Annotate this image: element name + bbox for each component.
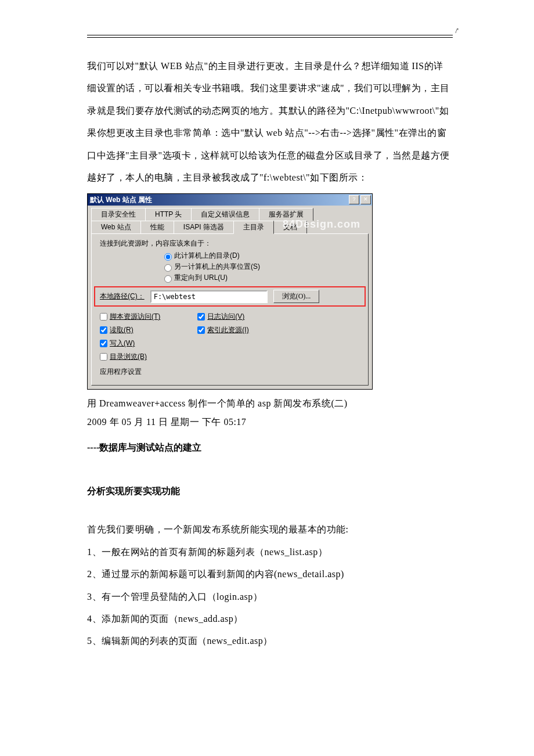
dialog-title: 默认 Web 站点 属性 bbox=[90, 195, 152, 205]
browse-button[interactable]: 浏览(O)... bbox=[273, 290, 320, 303]
tab-panel: 连接到此资源时，内容应该来自于： 此计算机上的目录(D) 另一计算机上的共享位置… bbox=[91, 233, 369, 386]
tab-performance[interactable]: 性能 bbox=[140, 221, 174, 233]
check-label: 目录浏览(B) bbox=[110, 352, 147, 362]
tab-home-directory[interactable]: 主目录 bbox=[233, 221, 274, 234]
feature-item-1: 1、一般在网站的首页有新闻的标题列表（news_list.asp） bbox=[87, 541, 453, 563]
check-directory-browse[interactable]: 目录浏览(B) bbox=[98, 351, 160, 362]
tab-http-headers[interactable]: HTTP 头 bbox=[145, 208, 192, 221]
check-label: 写入(W) bbox=[110, 339, 135, 348]
tab-isapi[interactable]: ISAPI 筛选器 bbox=[174, 221, 234, 233]
radio-redirect[interactable]: 重定向到 URL(U) bbox=[161, 273, 362, 283]
check-label: 脚本资源访问(T) bbox=[110, 312, 160, 322]
radio-share[interactable]: 另一计算机上的共享位置(S) bbox=[161, 262, 362, 272]
radio-input[interactable] bbox=[164, 264, 172, 272]
tab-area: 84Design.com 目录安全性 HTTP 头 自定义错误信息 服务器扩展 … bbox=[88, 206, 372, 386]
watermark: 84Design.com bbox=[283, 218, 360, 231]
rule-top bbox=[87, 35, 453, 35]
paragraph-1: 我们可以对"默认 WEB 站点"的主目录进行更改。主目录是什么？想详细知道 II… bbox=[87, 55, 453, 189]
check-script-access[interactable]: 脚本资源访问(T) bbox=[98, 311, 160, 322]
check-log-visits[interactable]: 日志访问(V) bbox=[195, 311, 248, 322]
checkbox[interactable] bbox=[197, 326, 205, 334]
checkbox[interactable] bbox=[197, 313, 205, 321]
caption-2: 2009 年 05 月 11 日 星期一 下午 05:17 bbox=[87, 413, 453, 431]
checkbox[interactable] bbox=[100, 353, 107, 361]
tab-web-site[interactable]: Web 站点 bbox=[91, 221, 141, 233]
close-button[interactable]: ✕ bbox=[360, 195, 371, 204]
dialog-titlebar: 默认 Web 站点 属性 ? ✕ bbox=[88, 194, 372, 206]
local-path-label: 本地路径(C)： bbox=[100, 291, 145, 301]
properties-dialog: 默认 Web 站点 属性 ? ✕ 84Design.com 目录安全性 HTTP… bbox=[87, 193, 373, 390]
document-page: /' 我们可以对"默认 WEB 站点"的主目录进行更改。主目录是什么？想详细知道… bbox=[0, 0, 534, 756]
permissions-columns: 脚本资源访问(T) 读取(R) 写入(W) 目录浏览(B) 日志访问(V) 索引… bbox=[98, 311, 362, 362]
feature-item-2: 2、通过显示的新闻标题可以看到新闻的内容(news_detail.asp) bbox=[87, 563, 453, 585]
local-path-input[interactable] bbox=[150, 290, 268, 303]
section-db-site: ----数据库与测试站点的建立 bbox=[87, 442, 453, 454]
rule-top-thin bbox=[87, 37, 453, 38]
caption-1: 用 Dreamweaver+access 制作一个简单的 asp 新闻发布系统(… bbox=[87, 394, 453, 413]
check-index[interactable]: 索引此资源(I) bbox=[195, 325, 248, 336]
radio-label: 另一计算机上的共享位置(S) bbox=[174, 262, 260, 272]
local-path-highlight: 本地路径(C)： 浏览(O)... bbox=[94, 286, 366, 307]
check-write[interactable]: 写入(W) bbox=[98, 338, 160, 349]
checkbox[interactable] bbox=[100, 326, 107, 334]
check-read[interactable]: 读取(R) bbox=[98, 325, 160, 336]
permissions-left: 脚本资源访问(T) 读取(R) 写入(W) 目录浏览(B) bbox=[98, 311, 160, 362]
tab-custom-errors[interactable]: 自定义错误信息 bbox=[191, 208, 259, 221]
feature-item-4: 4、添加新闻的页面（news_add.asp） bbox=[87, 608, 453, 630]
content-source-label: 连接到此资源时，内容应该来自于： bbox=[100, 239, 362, 249]
tab-directory-security[interactable]: 目录安全性 bbox=[91, 208, 146, 221]
radio-this-computer[interactable]: 此计算机上的目录(D) bbox=[161, 251, 362, 261]
radio-input[interactable] bbox=[164, 275, 172, 283]
feature-item-3: 3、有一个管理员登陆的入口（login.asp） bbox=[87, 586, 453, 608]
feature-item-5: 5、编辑新闻的列表的页面（news_edit.asp） bbox=[87, 630, 453, 652]
radio-input[interactable] bbox=[164, 253, 172, 261]
check-label: 索引此资源(I) bbox=[207, 325, 248, 335]
permissions-right: 日志访问(V) 索引此资源(I) bbox=[195, 311, 248, 362]
checkbox[interactable] bbox=[100, 313, 107, 321]
app-settings-label: 应用程序设置 bbox=[100, 367, 362, 377]
section-features: 分析实现所要实现功能 bbox=[87, 485, 453, 498]
check-label: 读取(R) bbox=[110, 325, 134, 335]
help-button[interactable]: ? bbox=[349, 195, 359, 204]
radio-label: 此计算机上的目录(D) bbox=[174, 251, 240, 261]
checkbox[interactable] bbox=[100, 340, 107, 347]
radio-label: 重定向到 URL(U) bbox=[174, 273, 228, 283]
check-label: 日志访问(V) bbox=[207, 312, 244, 322]
features-intro: 首先我们要明确，一个新闻发布系统所能实现的最基本的功能: bbox=[87, 519, 453, 541]
page-mark: /' bbox=[456, 27, 459, 35]
